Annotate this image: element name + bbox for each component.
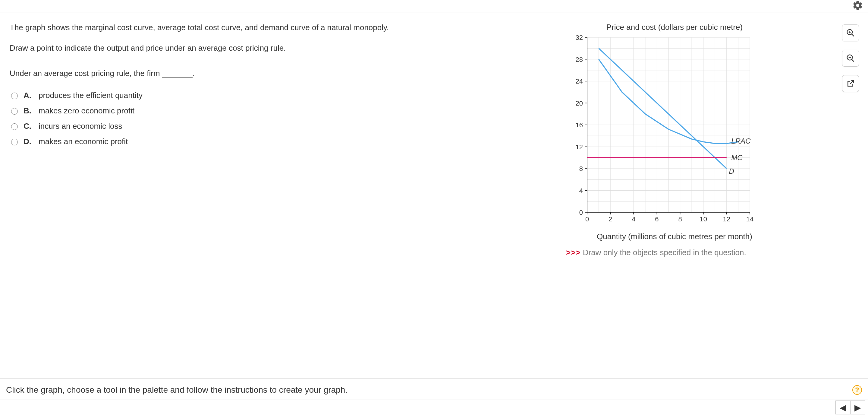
option-c-radio[interactable] — [11, 123, 18, 130]
svg-text:24: 24 — [576, 78, 583, 85]
svg-line-1 — [852, 34, 854, 36]
svg-text:2: 2 — [609, 215, 612, 223]
hint-prefix: >>> — [566, 248, 581, 257]
option-c[interactable]: C. incurs an economic loss — [10, 119, 461, 134]
svg-text:8: 8 — [579, 165, 583, 173]
options-list: A. produces the efficient quantity B. ma… — [10, 88, 461, 149]
option-a-radio[interactable] — [11, 93, 18, 99]
zoom-out-icon[interactable] — [842, 50, 859, 67]
option-a-text: produces the efficient quantity — [38, 91, 143, 100]
prev-button[interactable]: ◀ — [836, 401, 850, 414]
svg-text:20: 20 — [576, 99, 583, 107]
hint-text: Draw only the objects specified in the q… — [581, 248, 746, 257]
option-d-letter: D. — [24, 137, 34, 146]
open-in-new-icon[interactable] — [842, 75, 859, 92]
option-b-radio[interactable] — [11, 108, 18, 115]
svg-text:32: 32 — [576, 34, 583, 41]
svg-text:12: 12 — [576, 143, 583, 151]
svg-text:D: D — [729, 167, 734, 175]
draw-hint: >>> Draw only the objects specified in t… — [566, 248, 860, 257]
option-d[interactable]: D. makes an economic profit — [10, 134, 461, 149]
chart-plot[interactable]: 02468101214048121620242832LRACMCD — [566, 34, 783, 228]
footer-bar: Click the graph, choose a tool in the pa… — [0, 380, 868, 400]
question-pane: The graph shows the marginal cost curve,… — [0, 12, 470, 379]
graph-pane: Price and cost (dollars per cubic metre)… — [470, 12, 868, 379]
next-button[interactable]: ▶ — [850, 401, 865, 414]
svg-text:LRAC: LRAC — [731, 137, 751, 145]
svg-line-7 — [850, 81, 854, 84]
option-b-text: makes zero economic profit — [38, 106, 134, 116]
svg-text:4: 4 — [579, 187, 583, 195]
option-b[interactable]: B. makes zero economic profit — [10, 103, 461, 119]
svg-text:4: 4 — [632, 215, 635, 223]
svg-text:16: 16 — [576, 121, 583, 129]
svg-text:28: 28 — [576, 56, 583, 63]
svg-text:12: 12 — [723, 215, 730, 223]
prompt-line1: The graph shows the marginal cost curve,… — [10, 20, 461, 36]
svg-text:10: 10 — [700, 215, 707, 223]
svg-text:0: 0 — [579, 209, 583, 216]
svg-text:0: 0 — [585, 215, 589, 223]
prompt-line2: Draw a point to indicate the output and … — [10, 40, 461, 56]
svg-text:6: 6 — [655, 215, 658, 223]
option-c-letter: C. — [24, 122, 34, 131]
option-c-text: incurs an economic loss — [38, 122, 122, 131]
option-d-radio[interactable] — [11, 139, 18, 145]
option-a-letter: A. — [24, 91, 34, 100]
chart-title: Price and cost (dollars per cubic metre) — [566, 23, 783, 32]
svg-text:14: 14 — [746, 215, 753, 223]
fill-in-prompt: Under an average cost pricing rule, the … — [10, 65, 461, 82]
graph-toolbar — [842, 24, 859, 92]
option-d-text: makes an economic profit — [38, 137, 128, 146]
option-b-letter: B. — [24, 106, 34, 116]
option-a[interactable]: A. produces the efficient quantity — [10, 88, 461, 103]
chart-xlabel: Quantity (millions of cubic metres per m… — [566, 232, 783, 241]
footer-instruction: Click the graph, choose a tool in the pa… — [6, 385, 347, 395]
zoom-in-icon[interactable] — [842, 24, 859, 41]
svg-text:MC: MC — [731, 153, 743, 162]
svg-text:8: 8 — [678, 215, 682, 223]
gear-icon[interactable] — [852, 0, 864, 12]
pager: ◀ ▶ — [835, 401, 865, 414]
help-icon[interactable]: ? — [852, 385, 862, 395]
svg-line-5 — [852, 59, 854, 62]
